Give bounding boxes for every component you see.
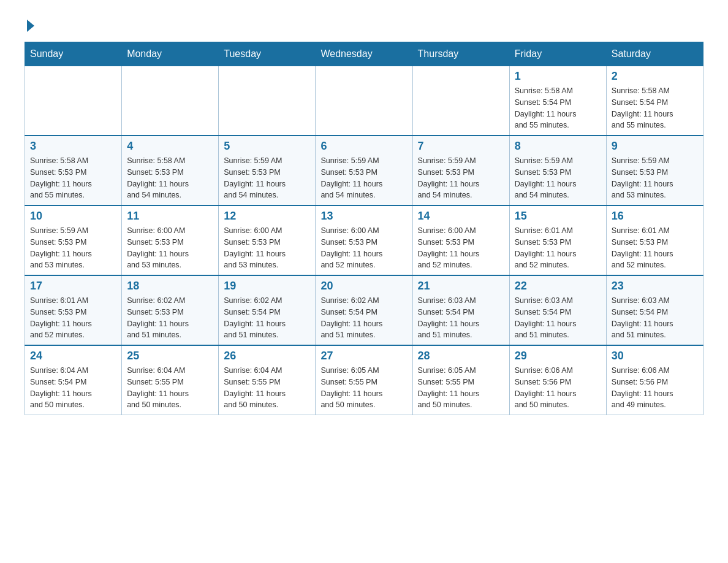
day-number: 24 <box>30 350 116 362</box>
calendar-cell: 22Sunrise: 6:03 AMSunset: 5:54 PMDayligh… <box>509 275 606 345</box>
calendar-cell: 29Sunrise: 6:06 AMSunset: 5:56 PMDayligh… <box>509 345 606 415</box>
day-number: 7 <box>418 140 504 153</box>
day-info: Sunrise: 6:01 AMSunset: 5:53 PMDaylight:… <box>30 295 116 341</box>
day-number: 19 <box>224 280 310 293</box>
calendar-cell: 19Sunrise: 6:02 AMSunset: 5:54 PMDayligh… <box>219 275 316 345</box>
calendar-cell: 30Sunrise: 6:06 AMSunset: 5:56 PMDayligh… <box>606 345 703 415</box>
day-info: Sunrise: 5:59 AMSunset: 5:53 PMDaylight:… <box>515 155 601 201</box>
day-info: Sunrise: 5:59 AMSunset: 5:53 PMDaylight:… <box>418 155 504 201</box>
day-number: 25 <box>127 350 213 362</box>
calendar-cell: 21Sunrise: 6:03 AMSunset: 5:54 PMDayligh… <box>412 275 509 345</box>
weekday-header-wednesday: Wednesday <box>316 42 412 66</box>
weekday-header-row: SundayMondayTuesdayWednesdayThursdayFrid… <box>25 42 703 66</box>
day-info: Sunrise: 6:02 AMSunset: 5:54 PMDaylight:… <box>224 295 310 341</box>
calendar-cell: 11Sunrise: 6:00 AMSunset: 5:53 PMDayligh… <box>122 205 219 275</box>
day-info: Sunrise: 5:58 AMSunset: 5:54 PMDaylight:… <box>515 85 601 131</box>
calendar-cell: 25Sunrise: 6:04 AMSunset: 5:55 PMDayligh… <box>122 345 219 415</box>
day-info: Sunrise: 6:04 AMSunset: 5:54 PMDaylight:… <box>30 365 116 411</box>
day-number: 11 <box>127 210 213 223</box>
weekday-header-monday: Monday <box>122 42 219 66</box>
calendar-cell: 18Sunrise: 6:02 AMSunset: 5:53 PMDayligh… <box>122 275 219 345</box>
calendar-cell: 7Sunrise: 5:59 AMSunset: 5:53 PMDaylight… <box>412 136 509 205</box>
calendar-cell: 4Sunrise: 5:58 AMSunset: 5:53 PMDaylight… <box>122 136 219 205</box>
calendar-cell: 17Sunrise: 6:01 AMSunset: 5:53 PMDayligh… <box>25 275 122 345</box>
day-info: Sunrise: 5:59 AMSunset: 5:53 PMDaylight:… <box>320 155 407 201</box>
calendar-cell: 8Sunrise: 5:59 AMSunset: 5:53 PMDaylight… <box>509 136 606 205</box>
day-number: 26 <box>224 350 310 362</box>
weekday-header-saturday: Saturday <box>606 42 703 66</box>
day-info: Sunrise: 5:58 AMSunset: 5:53 PMDaylight:… <box>30 155 116 201</box>
day-number: 27 <box>320 350 407 362</box>
day-number: 4 <box>127 140 213 153</box>
calendar-cell: 2Sunrise: 5:58 AMSunset: 5:54 PMDaylight… <box>606 66 703 136</box>
day-number: 6 <box>320 140 407 153</box>
day-info: Sunrise: 6:02 AMSunset: 5:53 PMDaylight:… <box>127 295 213 341</box>
calendar-table: SundayMondayTuesdayWednesdayThursdayFrid… <box>25 42 703 415</box>
day-number: 20 <box>320 280 407 293</box>
day-number: 30 <box>612 350 698 362</box>
calendar-cell: 13Sunrise: 6:00 AMSunset: 5:53 PMDayligh… <box>316 205 412 275</box>
weekday-header-tuesday: Tuesday <box>219 42 316 66</box>
day-info: Sunrise: 5:59 AMSunset: 5:53 PMDaylight:… <box>612 155 698 201</box>
calendar-cell <box>122 66 219 136</box>
header <box>25 18 703 29</box>
day-number: 12 <box>224 210 310 223</box>
day-info: Sunrise: 5:59 AMSunset: 5:53 PMDaylight:… <box>224 155 310 201</box>
calendar-cell: 20Sunrise: 6:02 AMSunset: 5:54 PMDayligh… <box>316 275 412 345</box>
calendar-cell: 27Sunrise: 6:05 AMSunset: 5:55 PMDayligh… <box>316 345 412 415</box>
calendar-cell: 10Sunrise: 5:59 AMSunset: 5:53 PMDayligh… <box>25 205 122 275</box>
day-number: 15 <box>515 210 601 223</box>
logo-arrow-icon <box>27 20 34 32</box>
day-info: Sunrise: 6:06 AMSunset: 5:56 PMDaylight:… <box>515 365 601 411</box>
calendar-cell <box>219 66 316 136</box>
day-info: Sunrise: 5:58 AMSunset: 5:54 PMDaylight:… <box>612 85 698 131</box>
calendar-cell: 1Sunrise: 5:58 AMSunset: 5:54 PMDaylight… <box>509 66 606 136</box>
day-info: Sunrise: 6:02 AMSunset: 5:54 PMDaylight:… <box>320 295 407 341</box>
day-number: 17 <box>30 280 116 293</box>
calendar-cell: 16Sunrise: 6:01 AMSunset: 5:53 PMDayligh… <box>606 205 703 275</box>
day-info: Sunrise: 6:05 AMSunset: 5:55 PMDaylight:… <box>320 365 407 411</box>
day-info: Sunrise: 6:01 AMSunset: 5:53 PMDaylight:… <box>515 225 601 271</box>
day-number: 8 <box>515 140 601 153</box>
day-number: 9 <box>612 140 698 153</box>
day-number: 18 <box>127 280 213 293</box>
day-info: Sunrise: 6:03 AMSunset: 5:54 PMDaylight:… <box>612 295 698 341</box>
calendar-cell: 9Sunrise: 5:59 AMSunset: 5:53 PMDaylight… <box>606 136 703 205</box>
day-info: Sunrise: 6:05 AMSunset: 5:55 PMDaylight:… <box>418 365 504 411</box>
day-number: 10 <box>30 210 116 223</box>
calendar-cell: 14Sunrise: 6:00 AMSunset: 5:53 PMDayligh… <box>412 205 509 275</box>
day-info: Sunrise: 6:00 AMSunset: 5:53 PMDaylight:… <box>224 225 310 271</box>
day-info: Sunrise: 6:06 AMSunset: 5:56 PMDaylight:… <box>612 365 698 411</box>
calendar-cell <box>25 66 122 136</box>
day-info: Sunrise: 6:00 AMSunset: 5:53 PMDaylight:… <box>320 225 407 271</box>
day-number: 21 <box>418 280 504 293</box>
weekday-header-friday: Friday <box>509 42 606 66</box>
calendar-cell: 23Sunrise: 6:03 AMSunset: 5:54 PMDayligh… <box>606 275 703 345</box>
calendar-cell: 24Sunrise: 6:04 AMSunset: 5:54 PMDayligh… <box>25 345 122 415</box>
calendar-week-1: 1Sunrise: 5:58 AMSunset: 5:54 PMDaylight… <box>25 66 703 136</box>
day-number: 23 <box>612 280 698 293</box>
day-number: 2 <box>612 70 698 83</box>
calendar-cell: 28Sunrise: 6:05 AMSunset: 5:55 PMDayligh… <box>412 345 509 415</box>
day-number: 14 <box>418 210 504 223</box>
day-number: 29 <box>515 350 601 362</box>
day-info: Sunrise: 6:03 AMSunset: 5:54 PMDaylight:… <box>418 295 504 341</box>
calendar-cell: 15Sunrise: 6:01 AMSunset: 5:53 PMDayligh… <box>509 205 606 275</box>
day-info: Sunrise: 6:04 AMSunset: 5:55 PMDaylight:… <box>224 365 310 411</box>
day-info: Sunrise: 6:03 AMSunset: 5:54 PMDaylight:… <box>515 295 601 341</box>
calendar-cell <box>316 66 412 136</box>
calendar-week-4: 17Sunrise: 6:01 AMSunset: 5:53 PMDayligh… <box>25 275 703 345</box>
logo <box>25 18 37 29</box>
day-info: Sunrise: 6:04 AMSunset: 5:55 PMDaylight:… <box>127 365 213 411</box>
weekday-header-thursday: Thursday <box>412 42 509 66</box>
day-number: 13 <box>320 210 407 223</box>
day-number: 1 <box>515 70 601 83</box>
calendar-week-5: 24Sunrise: 6:04 AMSunset: 5:54 PMDayligh… <box>25 345 703 415</box>
day-number: 5 <box>224 140 310 153</box>
calendar-cell: 12Sunrise: 6:00 AMSunset: 5:53 PMDayligh… <box>219 205 316 275</box>
calendar-week-2: 3Sunrise: 5:58 AMSunset: 5:53 PMDaylight… <box>25 136 703 205</box>
calendar-cell: 3Sunrise: 5:58 AMSunset: 5:53 PMDaylight… <box>25 136 122 205</box>
day-info: Sunrise: 5:58 AMSunset: 5:53 PMDaylight:… <box>127 155 213 201</box>
day-info: Sunrise: 6:00 AMSunset: 5:53 PMDaylight:… <box>418 225 504 271</box>
day-info: Sunrise: 6:00 AMSunset: 5:53 PMDaylight:… <box>127 225 213 271</box>
